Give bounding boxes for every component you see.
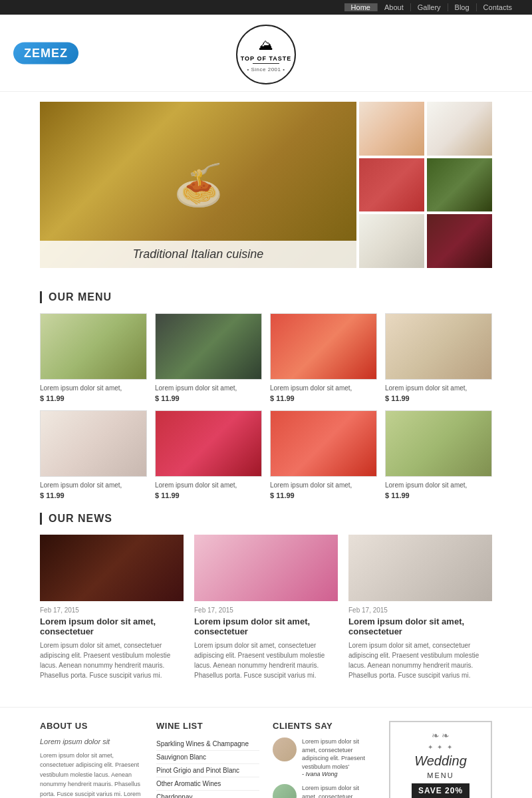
clients-title: CLIENTS SAY: [273, 721, 376, 731]
news-img-1: [40, 535, 184, 601]
main-nav: Home About Gallery Blog Contacts: [344, 3, 519, 11]
news-title-1: Lorem ipsum dolor sit amet, consectetuer: [40, 616, 184, 636]
nav-about[interactable]: About: [378, 3, 411, 11]
client-item-2: Lorem ipsum dolor sit amet, consectetuer…: [273, 784, 376, 798]
client-name-1: - Ivana Wong: [302, 771, 376, 777]
menu-price-1: $ 11.99: [40, 394, 147, 402]
menu-desc-1: Lorem ipsum dolor sit amet,: [40, 384, 147, 393]
about-text: Lorem ipsum dolor sit amet, consectetuer…: [40, 751, 143, 798]
menu-img-4: [385, 313, 492, 380]
wine-item-1[interactable]: Sparkling Wines & Champagne: [156, 737, 259, 751]
about-subtitle: Lorem ipsum dolor sit: [40, 737, 143, 745]
wine-title: WINE LIST: [156, 721, 259, 731]
menu-item: Lorem ipsum dolor sit amet, $ 11.99: [270, 410, 377, 499]
menu-desc-4: Lorem ipsum dolor sit amet,: [385, 384, 492, 393]
brand-logo: ⛰ TOP OF TASTE • Since 2001 •: [236, 25, 296, 84]
menu-desc-6: Lorem ipsum dolor sit amet,: [155, 481, 262, 490]
client-text-2: Lorem ipsum dolor sit amet, consectetuer…: [302, 784, 376, 798]
client-item-1: Lorem ipsum dolor sit amet, consectetuer…: [273, 737, 376, 777]
news-title-2: Lorem ipsum dolor sit amet, consectetuer: [194, 616, 338, 636]
bottom-section: ABOUT US Lorem ipsum dolor sit Lorem ips…: [0, 707, 532, 798]
wine-column: WINE LIST Sparkling Wines & Champagne Sa…: [156, 721, 259, 798]
menu-img-8: [385, 410, 492, 477]
menu-item: Lorem ipsum dolor sit amet, $ 11.99: [40, 313, 147, 402]
menu-price-7: $ 11.99: [270, 491, 377, 499]
news-item-2: Feb 17, 2015 Lorem ipsum dolor sit amet,…: [194, 535, 338, 680]
menu-item: Lorem ipsum dolor sit amet, $ 11.99: [270, 313, 377, 402]
news-text-1: Lorem ipsum dolor sit amet, consectetuer…: [40, 640, 184, 680]
menu-item: Lorem ipsum dolor sit amet, $ 11.99: [155, 410, 262, 499]
client-text-1: Lorem ipsum dolor sit amet, consectetuer…: [302, 737, 376, 771]
menu-item: Lorem ipsum dolor sit amet, $ 11.99: [385, 313, 492, 402]
clients-column: CLIENTS SAY Lorem ipsum dolor sit amet, …: [273, 721, 376, 798]
news-date-2: Feb 17, 2015: [194, 606, 338, 614]
menu-desc-8: Lorem ipsum dolor sit amet,: [385, 481, 492, 490]
menu-desc-3: Lorem ipsum dolor sit amet,: [270, 384, 377, 393]
menu-item: Lorem ipsum dolor sit amet, $ 11.99: [155, 313, 262, 402]
menu-img-3: [270, 313, 377, 380]
news-img-2: [194, 535, 338, 601]
menu-section-title: OUR MENU: [40, 291, 492, 303]
news-text-3: Lorem ipsum dolor sit amet, consectetuer…: [348, 640, 492, 680]
hero-main-image: Traditional Italian cuisine: [40, 102, 356, 268]
promo-box: ❧ ❧ ✦ ✦ ✦ Wedding MENU SAVE 20% ❧ ❧: [389, 721, 492, 798]
nav-home[interactable]: Home: [344, 3, 378, 11]
menu-price-6: $ 11.99: [155, 491, 262, 499]
menu-img-2: [155, 313, 262, 380]
menu-price-3: $ 11.99: [270, 394, 377, 402]
menu-price-2: $ 11.99: [155, 394, 262, 402]
menu-img-7: [270, 410, 377, 477]
news-img-3: [348, 535, 492, 601]
menu-desc-2: Lorem ipsum dolor sit amet,: [155, 384, 262, 393]
news-date-3: Feb 17, 2015: [348, 606, 492, 614]
hero-thumb-5: [359, 214, 424, 268]
menu-section: OUR MENU Lorem ipsum dolor sit amet, $ 1…: [0, 278, 532, 707]
promo-title: Wedding: [398, 753, 483, 769]
nav-gallery[interactable]: Gallery: [411, 3, 448, 11]
nav-blog[interactable]: Blog: [448, 3, 477, 11]
news-date-1: Feb 17, 2015: [40, 606, 184, 614]
hero-thumb-1: [359, 102, 424, 156]
menu-item: Lorem ipsum dolor sit amet, $ 11.99: [40, 410, 147, 499]
menu-price-8: $ 11.99: [385, 491, 492, 499]
brand-name: TOP OF TASTE: [241, 55, 292, 63]
hero-thumb-2: [427, 102, 492, 156]
brand-circle: ⛰ TOP OF TASTE • Since 2001 •: [236, 25, 296, 84]
about-column: ABOUT US Lorem ipsum dolor sit Lorem ips…: [40, 721, 143, 798]
hero-thumb-3: [359, 158, 424, 212]
mountain-icon: ⛰: [259, 37, 273, 54]
menu-item: Lorem ipsum dolor sit amet, $ 11.99: [385, 410, 492, 499]
wine-item-4[interactable]: Other Aromatic Wines: [156, 777, 259, 791]
menu-desc-5: Lorem ipsum dolor sit amet,: [40, 481, 147, 490]
news-item-1: Feb 17, 2015 Lorem ipsum dolor sit amet,…: [40, 535, 184, 680]
news-section-title: OUR NEWS: [40, 513, 492, 525]
promo-ornament-top: ❧ ❧: [398, 730, 483, 741]
client-avatar-1: [273, 737, 297, 761]
brand-since: • Since 2001 •: [247, 66, 285, 72]
menu-img-1: [40, 313, 147, 380]
menu-img-5: [40, 410, 147, 477]
menu-grid: Lorem ipsum dolor sit amet, $ 11.99 Lore…: [40, 313, 492, 499]
about-title: ABOUT US: [40, 721, 143, 731]
hero-section: Traditional Italian cuisine: [0, 92, 532, 278]
promo-save[interactable]: SAVE 20%: [412, 783, 469, 798]
hero-caption: Traditional Italian cuisine: [40, 241, 356, 268]
promo-column: ❧ ❧ ✦ ✦ ✦ Wedding MENU SAVE 20% ❧ ❧: [389, 721, 492, 798]
nav-contacts[interactable]: Contacts: [477, 3, 519, 11]
menu-desc-7: Lorem ipsum dolor sit amet,: [270, 481, 377, 490]
zemez-logo[interactable]: ZEMEZ: [13, 42, 78, 64]
wine-item-3[interactable]: Pinot Grigio and Pinot Blanc: [156, 764, 259, 777]
menu-price-4: $ 11.99: [385, 394, 492, 402]
news-title-3: Lorem ipsum dolor sit amet, consectetuer: [348, 616, 492, 636]
hero-thumb-4: [427, 158, 492, 212]
wine-item-2[interactable]: Sauvignon Blanc: [156, 751, 259, 764]
menu-price-5: $ 11.99: [40, 491, 147, 499]
brand-divider: [253, 63, 279, 64]
hero-grid: Traditional Italian cuisine: [40, 102, 492, 268]
news-text-2: Lorem ipsum dolor sit amet, consectetuer…: [194, 640, 338, 680]
wine-list: Sparkling Wines & Champagne Sauvignon Bl…: [156, 737, 259, 798]
site-header: ZEMEZ ⛰ TOP OF TASTE • Since 2001 •: [0, 15, 532, 92]
hero-caption-text: Traditional Italian cuisine: [133, 247, 264, 261]
wine-item-5[interactable]: Chardonnay: [156, 791, 259, 798]
news-grid: Feb 17, 2015 Lorem ipsum dolor sit amet,…: [40, 535, 492, 680]
